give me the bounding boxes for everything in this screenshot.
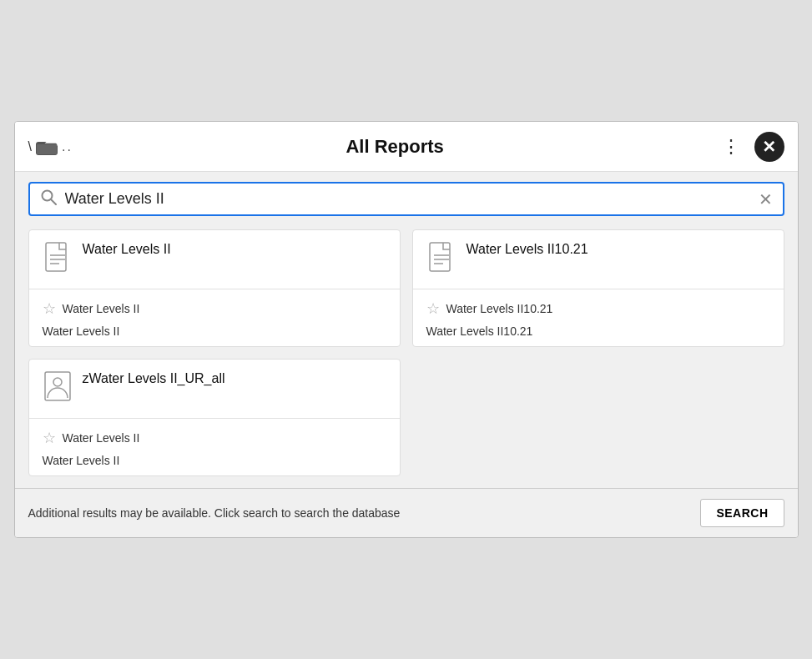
card-title-1: Water Levels II bbox=[83, 242, 171, 257]
breadcrumb-nav: \ .. bbox=[28, 138, 73, 156]
more-options-button[interactable]: ⋮ bbox=[718, 133, 744, 160]
card-top-2: Water Levels II10.21 bbox=[426, 242, 770, 282]
result-card-2[interactable]: Water Levels II10.21 ☆ Water Levels II10… bbox=[412, 229, 784, 347]
search-database-button[interactable]: SEARCH bbox=[700, 499, 784, 527]
dialog-footer: Additional results may be available. Cli… bbox=[15, 488, 798, 537]
search-input[interactable] bbox=[65, 190, 750, 208]
card-desc-2: Water Levels II10.21 bbox=[426, 324, 770, 338]
search-icon bbox=[40, 189, 57, 209]
card-meta-1: ☆ Water Levels II bbox=[43, 296, 386, 318]
card-meta-text-1: Water Levels II bbox=[63, 302, 140, 315]
card-meta-text-2: Water Levels II10.21 bbox=[446, 302, 553, 315]
card-title-2: Water Levels II10.21 bbox=[467, 242, 588, 257]
result-card-3[interactable]: zWater Levels II_UR_all ☆ Water Levels I… bbox=[28, 359, 401, 476]
result-card-1[interactable]: Water Levels II ☆ Water Levels II Water … bbox=[28, 229, 401, 347]
person-icon-3 bbox=[43, 371, 73, 401]
star-icon-2[interactable]: ☆ bbox=[426, 299, 440, 318]
close-button[interactable]: ✕ bbox=[754, 132, 784, 162]
star-icon-3[interactable]: ☆ bbox=[43, 429, 56, 447]
footer-message: Additional results may be available. Cli… bbox=[28, 506, 401, 520]
svg-line-3 bbox=[51, 199, 56, 204]
star-icon-1[interactable]: ☆ bbox=[43, 299, 56, 318]
card-meta-text-3: Water Levels II bbox=[63, 431, 140, 445]
backslash-separator: \ bbox=[28, 139, 32, 154]
card-divider-2 bbox=[413, 289, 784, 289]
card-meta-2: ☆ Water Levels II10.21 bbox=[426, 296, 770, 318]
card-top-1: Water Levels II bbox=[43, 242, 386, 282]
card-desc-1: Water Levels II bbox=[43, 324, 386, 338]
all-reports-dialog: \ .. All Reports ⋮ ✕ ✕ bbox=[14, 121, 799, 538]
search-clear-button[interactable]: ✕ bbox=[759, 189, 773, 209]
svg-rect-4 bbox=[46, 243, 66, 271]
svg-rect-1 bbox=[37, 144, 57, 154]
header-actions: ⋮ ✕ bbox=[718, 132, 784, 162]
card-desc-3: Water Levels II bbox=[43, 454, 386, 467]
document-icon-1 bbox=[43, 242, 73, 272]
page-title: All Reports bbox=[73, 136, 718, 158]
card-divider-1 bbox=[29, 289, 400, 289]
card-divider-3 bbox=[29, 418, 400, 419]
card-title-3: zWater Levels II_UR_all bbox=[83, 371, 225, 386]
nav-dots: .. bbox=[62, 139, 73, 154]
svg-rect-8 bbox=[430, 243, 450, 271]
document-icon-2 bbox=[426, 242, 456, 272]
card-meta-3: ☆ Water Levels II bbox=[43, 425, 386, 447]
card-top-3: zWater Levels II_UR_all bbox=[43, 371, 386, 411]
search-bar: ✕ bbox=[28, 182, 784, 216]
results-grid: Water Levels II ☆ Water Levels II Water … bbox=[15, 226, 798, 488]
dialog-header: \ .. All Reports ⋮ ✕ bbox=[15, 122, 798, 172]
folder-icon[interactable] bbox=[35, 138, 58, 156]
